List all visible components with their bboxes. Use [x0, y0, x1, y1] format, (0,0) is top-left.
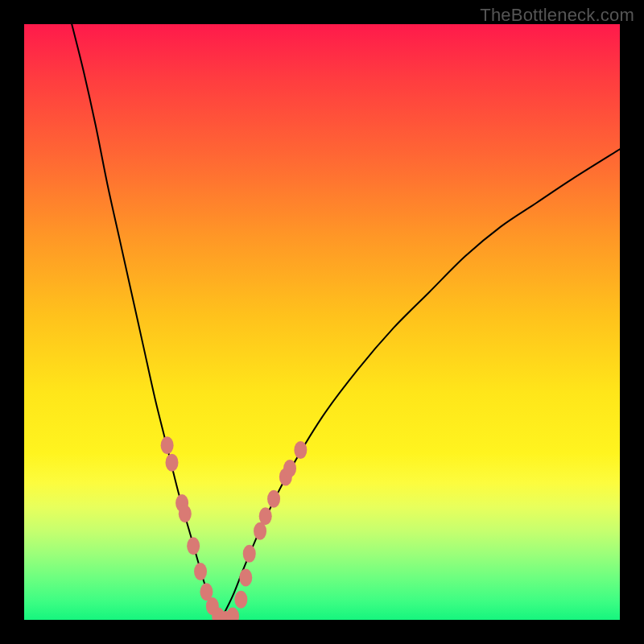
left-curve: [72, 24, 221, 620]
chart-frame: TheBottleneck.com: [0, 0, 644, 644]
watermark-text: TheBottleneck.com: [480, 5, 634, 26]
data-marker: [161, 436, 174, 454]
plot-area: [24, 24, 620, 620]
data-marker: [259, 507, 272, 525]
curve-svg: [24, 24, 620, 620]
data-marker: [283, 460, 296, 477]
data-marker: [267, 490, 280, 508]
data-marker: [187, 537, 200, 555]
right-curve: [221, 149, 620, 620]
data-marker: [239, 568, 252, 586]
data-marker: [243, 545, 256, 563]
data-marker: [226, 608, 239, 620]
data-marker: [294, 441, 307, 459]
data-marker: [179, 505, 192, 522]
data-marker: [234, 591, 247, 609]
data-marker: [166, 454, 179, 472]
data-marker: [194, 563, 207, 580]
